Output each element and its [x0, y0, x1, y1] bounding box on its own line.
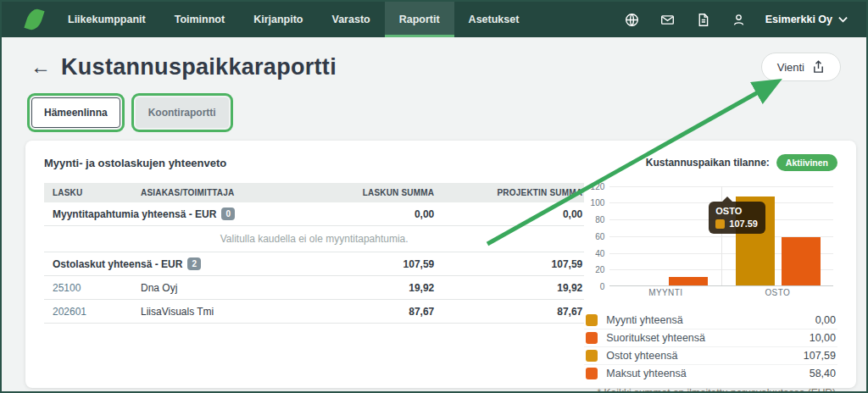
chart-legend: Myynti yhteensä 0,00 Suoritukset yhteens… [584, 312, 837, 393]
invoice-sum: 19,92 [290, 282, 434, 294]
x-label-osto: OSTO [721, 288, 833, 297]
project-sum: 19,92 [434, 282, 582, 294]
nav-item-kirjanpito[interactable]: Kirjanpito [239, 2, 317, 37]
top-navbar: Liikekumppanit Toiminnot Kirjanpito Vara… [2, 2, 866, 37]
invoice-sum: 87,67 [290, 306, 434, 318]
globe-icon[interactable] [616, 2, 648, 37]
chart-tooltip: OSTO 107.59 [709, 202, 765, 234]
legend-chip-orange [586, 332, 598, 344]
nav-item-varasto[interactable]: Varasto [318, 2, 385, 37]
summary-card: Myynti- ja ostolaskujen yhteenveto Kusta… [25, 141, 856, 388]
nav-item-liikekumppanit[interactable]: Liikekumppanit [53, 2, 160, 37]
bar-group-myynti [609, 186, 721, 285]
export-button[interactable]: Vienti [761, 53, 841, 81]
chevron-down-icon [838, 16, 848, 23]
purchases-total-row: Ostolaskut yhteensä - EUR2 107,59 107,59 [44, 252, 584, 276]
legend-label: Myynti yhteensä [606, 314, 682, 326]
y-tick: 60 [595, 232, 604, 241]
company-menu[interactable]: Esimerkki Oy [765, 14, 848, 25]
export-icon [812, 60, 825, 74]
purchases-count-badge: 2 [187, 257, 201, 270]
party-name: LiisaVisuals Tmi [141, 306, 290, 318]
tab-koontiraportti[interactable]: Koontiraportti [136, 97, 229, 128]
legend-value: 58,40 [810, 368, 836, 379]
nav-item-raportit[interactable]: Raportit [385, 2, 454, 37]
status-label: Kustannuspaikan tilanne: [646, 157, 770, 169]
table-header-row: LASKU ASIAKAS/TOIMITTAJA LASKUN SUMMA PR… [44, 183, 584, 202]
y-tick: 40 [595, 249, 604, 258]
legend-chip-gold [586, 314, 598, 326]
cost-center-status: Kustannuspaikan tilanne: Aktiivinen [646, 154, 837, 171]
chart-y-axis: 120 100 80 60 40 20 0 [584, 183, 606, 283]
tab-bar: Hämeenlinna Koontiraportti [2, 91, 866, 141]
purchases-invoice-sum: 107,59 [290, 258, 434, 270]
y-tick: 0 [600, 282, 605, 291]
purchases-project-sum: 107,59 [434, 258, 582, 270]
leaf-icon [24, 7, 44, 32]
col-lasku: LASKU [46, 188, 141, 197]
brand-logo[interactable] [2, 2, 53, 37]
app-window: Liikekumppanit Toiminnot Kirjanpito Vara… [0, 0, 868, 393]
legend-label: Suoritukset yhteensä [606, 332, 705, 344]
back-arrow-icon[interactable]: ← [31, 57, 51, 77]
sales-count-badge: 0 [221, 208, 235, 220]
chart-x-axis: MYYNTI OSTO [609, 288, 833, 297]
legend-value: 0,00 [815, 314, 836, 326]
y-tick: 120 [591, 182, 605, 191]
document-icon[interactable] [687, 2, 720, 37]
legend-value: 107,59 [804, 350, 836, 362]
sales-project-sum: 0,00 [434, 208, 582, 220]
tab-annotation-box-1: Hämeenlinna [27, 93, 125, 132]
bar-maksut-yhteensa[interactable] [782, 237, 821, 285]
y-tick: 20 [595, 265, 604, 274]
col-asiakas: ASIAKAS/TOIMITTAJA [141, 188, 290, 197]
mail-icon[interactable] [652, 2, 684, 37]
y-tick: 100 [591, 198, 605, 208]
tab-hameenlinna[interactable]: Hämeenlinna [31, 97, 120, 128]
legend-value: 10,00 [810, 332, 836, 344]
legend-item: Ostot yhteensä 107,59 [584, 347, 837, 365]
navbar-right: Esimerkki Oy [616, 2, 866, 37]
tooltip-title: OSTO [715, 206, 758, 216]
legend-label: Maksut yhteensä [606, 368, 687, 379]
card-title: Myynti- ja ostolaskujen yhteenveto [44, 157, 226, 169]
invoice-number-link[interactable]: 202601 [46, 306, 141, 318]
invoice-number-link[interactable]: 25100 [46, 282, 141, 294]
legend-chip-orange [586, 368, 598, 379]
legend-item: Suoritukset yhteensä 10,00 [584, 329, 837, 347]
nav-item-asetukset[interactable]: Asetukset [454, 2, 534, 37]
invoice-table: LASKU ASIAKAS/TOIMITTAJA LASKUN SUMMA PR… [44, 183, 584, 393]
tooltip-series-chip [715, 219, 725, 229]
card-body: LASKU ASIAKAS/TOIMITTAJA LASKUN SUMMA PR… [44, 183, 837, 393]
bar-suoritukset-yhteensa[interactable] [669, 277, 708, 285]
tooltip-value: 107.59 [729, 219, 758, 229]
col-laskun-summa: LASKUN SUMMA [290, 188, 434, 197]
bar-chart: 120 100 80 60 40 20 0 [584, 183, 837, 303]
card-header: Myynti- ja ostolaskujen yhteenveto Kusta… [44, 154, 837, 171]
status-badge: Aktiivinen [776, 154, 837, 171]
sales-total-label: Myyntitapahtumia yhteensä - EUR0 [46, 208, 290, 220]
empty-sales-message: Valitulla kaudella ei ole myyntitapahtum… [44, 226, 584, 252]
chart-footnote: * Kaikki summat on ilmoitettu perusvaluu… [584, 382, 837, 393]
table-row: 202601 LiisaVisuals Tmi 87,67 87,67 [44, 300, 584, 324]
page-header: ← Kustannuspaikkaraportti Vienti [2, 37, 866, 91]
tooltip-value-row: 107.59 [715, 219, 758, 229]
company-name: Esimerkki Oy [765, 14, 832, 25]
legend-item: Myynti yhteensä 0,00 [584, 312, 837, 329]
tab-annotation-box-2: Koontiraportti [131, 93, 233, 132]
sales-total-row: Myyntitapahtumia yhteensä - EUR0 0,00 0,… [44, 202, 584, 226]
col-projektin-summa: PROJEKTIN SUMMA [434, 188, 582, 197]
sales-invoice-sum: 0,00 [290, 208, 434, 220]
user-icon[interactable] [723, 2, 755, 37]
project-sum: 87,67 [434, 306, 582, 318]
table-row: 25100 Dna Oyj 19,92 19,92 [44, 276, 584, 300]
page-title: Kustannuspaikkaraportti [61, 54, 337, 80]
x-label-myynti: MYYNTI [609, 288, 721, 297]
legend-label: Ostot yhteensä [606, 350, 677, 362]
legend-chip-gold [586, 350, 598, 362]
nav-item-toiminnot[interactable]: Toiminnot [160, 2, 239, 37]
export-button-label: Vienti [777, 61, 804, 74]
chart-section: 120 100 80 60 40 20 0 [584, 183, 837, 393]
purchases-total-label: Ostolaskut yhteensä - EUR2 [46, 257, 290, 270]
y-tick: 80 [595, 215, 604, 224]
